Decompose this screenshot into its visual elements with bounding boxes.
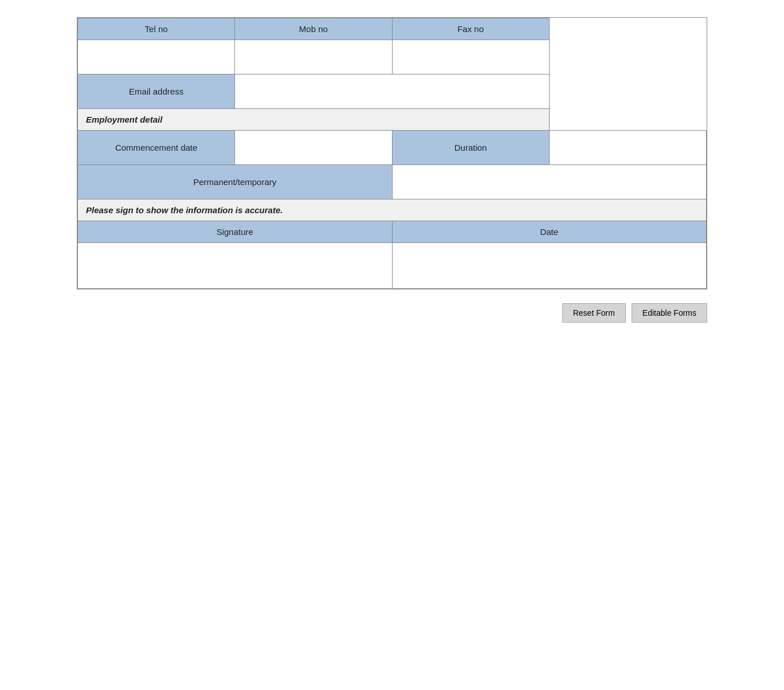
email-address-label: Email address <box>78 75 235 109</box>
duration-input[interactable] <box>558 143 698 152</box>
date-header: Date <box>392 221 707 243</box>
duration-label: Duration <box>392 131 549 165</box>
permanent-temporary-label: Permanent/temporary <box>78 165 393 199</box>
email-row: Email address <box>78 75 707 109</box>
permanent-temporary-row: Permanent/temporary <box>78 165 707 199</box>
signature-date-input-row <box>78 243 707 289</box>
employment-section-row: Employment detail <box>78 109 707 131</box>
commencement-duration-row: Commencement date Duration <box>78 131 707 165</box>
permanent-temporary-input[interactable] <box>401 177 699 187</box>
mob-no-input-cell[interactable] <box>235 40 392 75</box>
sign-section-label: Please sign to show the information is a… <box>78 199 707 221</box>
fax-no-input[interactable] <box>401 52 541 62</box>
form-container: Tel no Mob no Fax no Email addres <box>77 17 707 289</box>
signature-input[interactable] <box>86 261 384 270</box>
mob-no-input[interactable] <box>243 52 383 62</box>
email-address-input[interactable] <box>243 87 541 96</box>
tel-no-input-cell[interactable] <box>78 40 235 75</box>
button-row: Reset Form Editable Forms <box>77 303 707 323</box>
tel-no-header: Tel no <box>78 18 235 40</box>
email-address-input-cell[interactable] <box>235 75 550 109</box>
duration-input-cell[interactable] <box>549 131 706 165</box>
reset-form-button[interactable]: Reset Form <box>562 303 626 323</box>
signature-date-header-row: Signature Date <box>78 221 707 243</box>
fax-no-header: Fax no <box>392 18 549 40</box>
commencement-date-input-cell[interactable] <box>235 131 392 165</box>
permanent-temporary-input-cell[interactable] <box>392 165 707 199</box>
mob-no-header: Mob no <box>235 18 392 40</box>
employment-section-label: Employment detail <box>78 109 550 131</box>
fax-no-input-cell[interactable] <box>392 40 549 75</box>
date-input[interactable] <box>401 261 699 270</box>
tel-no-input[interactable] <box>86 52 226 62</box>
commencement-date-label: Commencement date <box>78 131 235 165</box>
signature-input-cell[interactable] <box>78 243 393 289</box>
sign-section-row: Please sign to show the information is a… <box>78 199 707 221</box>
date-input-cell[interactable] <box>392 243 707 289</box>
tel-mob-fax-header-row: Tel no Mob no Fax no <box>78 18 707 40</box>
commencement-date-input[interactable] <box>243 143 383 152</box>
signature-header: Signature <box>78 221 393 243</box>
editable-forms-button[interactable]: Editable Forms <box>632 303 707 323</box>
form-table: Tel no Mob no Fax no Email addres <box>77 18 707 289</box>
tel-mob-fax-input-row <box>78 40 707 75</box>
